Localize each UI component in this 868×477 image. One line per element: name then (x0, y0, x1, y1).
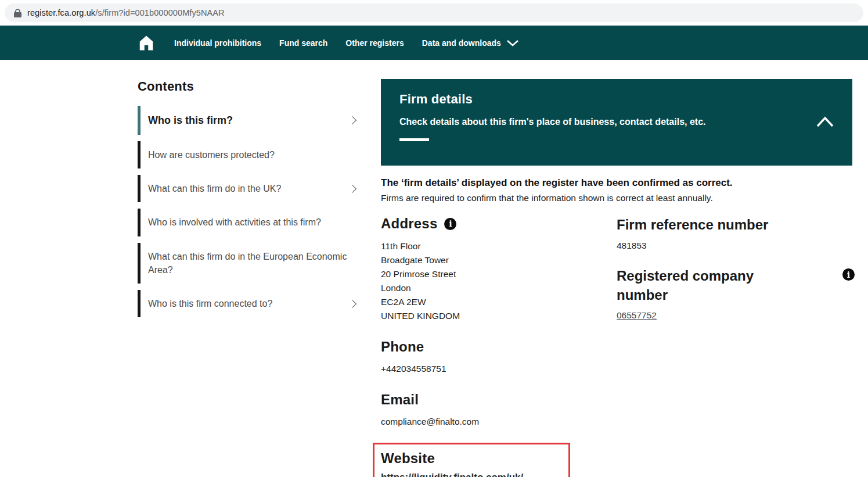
sidebar-item-label: What can this firm do in the UK? (148, 182, 281, 195)
page-body: Contents Who is this firm? How are custo… (0, 60, 868, 477)
sidebar-item-label: Who is involved with activities at this … (148, 216, 321, 229)
email-value: compliance@finalto.com (381, 415, 617, 429)
contents-title: Contents (138, 79, 361, 94)
address-line: London (381, 281, 617, 295)
contents-sidebar: Contents Who is this firm? How are custo… (138, 79, 361, 477)
address-section: Address 11th Floor Broadgate Tower 20 Pr… (381, 216, 617, 323)
sidebar-item-label: Who is this firm connected to? (148, 297, 272, 310)
sidebar-item-how-are-customers-protected[interactable]: How are customers protected? (138, 141, 361, 168)
firm-details-panel: Firm details Check details about this fi… (381, 79, 852, 166)
confirmation-statement: The ‘firm details’ displayed on the regi… (381, 177, 852, 189)
nav-item-fund-search[interactable]: Fund search (279, 38, 327, 48)
address-line: 20 Primrose Street (381, 267, 617, 281)
panel-underline-bar (399, 138, 429, 141)
url-bar[interactable]: register.fca.org.uk/s/firm?id=001b000000… (5, 3, 863, 22)
sidebar-item-label: How are customers protected? (148, 148, 275, 162)
phone-section: Phone +442034558751 (381, 339, 617, 376)
chevron-right-icon (348, 300, 356, 308)
email-heading: Email (381, 392, 617, 408)
nav-item-other-registers[interactable]: Other registers (345, 38, 404, 48)
sidebar-item-label: Who is this firm? (148, 113, 233, 128)
nav-item-data-and-downloads[interactable]: Data and downloads (422, 38, 519, 48)
address-line: EC2A 2EW (381, 295, 617, 309)
website-heading: Website (381, 450, 560, 467)
panel-subtitle: Check details about this firm's place of… (399, 114, 716, 130)
company-number-heading: Registered company number (617, 267, 785, 304)
confirmation-note: Firms are required to confirm that the i… (381, 193, 852, 203)
sidebar-item-who-is-this-firm-connected-to[interactable]: Who is this firm connected to? (138, 290, 361, 317)
reference-column: Firm reference number 481853 Registered … (617, 216, 852, 477)
nav-item-individual-prohibitions[interactable]: Individual prohibitions (174, 38, 261, 48)
address-lines: 11th Floor Broadgate Tower 20 Primrose S… (381, 239, 617, 323)
address-line: 11th Floor (381, 239, 617, 253)
firm-reference-heading: Firm reference number (617, 216, 852, 234)
sidebar-item-who-is-involved[interactable]: Who is involved with activities at this … (138, 209, 361, 236)
sidebar-item-label: What can this firm do in the European Ec… (148, 250, 355, 277)
chevron-right-icon (348, 116, 356, 124)
browser-chrome: register.fca.org.uk/s/firm?id=001b000000… (0, 0, 868, 26)
info-icon[interactable] (842, 268, 855, 281)
company-number-link[interactable]: 06557752 (617, 310, 657, 321)
panel-title: Firm details (399, 92, 834, 107)
address-line: Broadgate Tower (381, 253, 617, 267)
info-icon[interactable] (444, 218, 456, 230)
chevron-right-icon (348, 185, 356, 193)
email-section: Email compliance@finalto.com (381, 392, 617, 429)
url-domain: register.fca.org.uk (27, 8, 95, 17)
chevron-up-icon[interactable] (815, 115, 835, 129)
address-line: UNITED KINGDOM (381, 309, 617, 323)
phone-value: +442034558751 (381, 362, 617, 376)
phone-heading: Phone (381, 339, 617, 355)
address-heading: Address (381, 216, 617, 232)
home-icon[interactable] (138, 34, 155, 52)
nav-item-label: Data and downloads (422, 38, 501, 48)
chevron-down-icon (506, 40, 519, 46)
contact-column: Address 11th Floor Broadgate Tower 20 Pr… (381, 216, 617, 477)
url-text: register.fca.org.uk/s/firm?id=001b000000… (27, 8, 225, 17)
url-path: /s/firm?id=001b000000Mfy5NAAR (95, 8, 225, 17)
firm-reference-value: 481853 (617, 241, 852, 251)
sidebar-item-who-is-this-firm[interactable]: Who is this firm? (138, 106, 361, 135)
website-link[interactable]: https://liquidity.finalto.com/uk/ (381, 472, 523, 477)
address-label: Address (381, 216, 437, 232)
website-highlight-box: Website https://liquidity.finalto.com/uk… (373, 443, 570, 477)
lock-icon (14, 9, 21, 17)
top-navbar: Individual prohibitions Fund search Othe… (0, 26, 868, 60)
details-grid: Address 11th Floor Broadgate Tower 20 Pr… (381, 216, 852, 477)
firm-details-section: Firm details Check details about this fi… (381, 79, 852, 477)
sidebar-item-what-can-this-firm-do-in-uk[interactable]: What can this firm do in the UK? (138, 175, 361, 202)
sidebar-item-eea[interactable]: What can this firm do in the European Ec… (138, 243, 361, 284)
